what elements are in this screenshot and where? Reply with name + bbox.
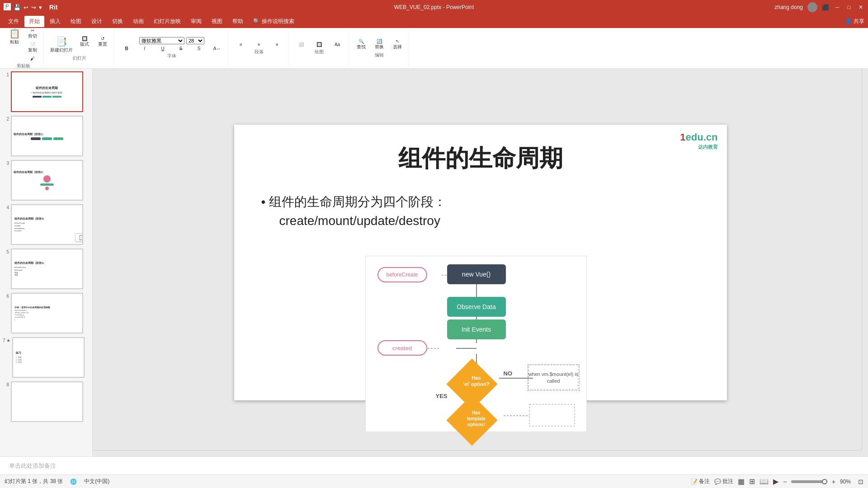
notes-placeholder: 单击此处添加备注	[9, 462, 56, 470]
title-bar-filename: WEB_VUE_02.pptx - PowerPoint	[394, 4, 474, 10]
replace-button[interactable]: 🔄替换	[371, 38, 387, 51]
menu-transitions[interactable]: 切换	[108, 16, 127, 27]
normal-view-btn[interactable]: ▦	[738, 477, 745, 486]
editing-label: 编辑	[375, 52, 384, 58]
slide-item-1[interactable]: 1 组件的生命周期 • 组件的生命周期分为四个阶段	[2, 70, 90, 113]
slide-title[interactable]: 组件的生命周期	[234, 143, 727, 174]
slide-thumb-7[interactable]: 练习 1. 修改 2. 使用 3. 实现	[12, 337, 85, 378]
slide-number-4: 4	[3, 205, 9, 210]
slide-item-2[interactable]: 2 组件的生命周期（阶段1）	[2, 115, 90, 157]
min-button[interactable]: ─	[834, 4, 841, 11]
menu-draw[interactable]: 绘图	[66, 16, 86, 27]
slide-item-6[interactable]: 6 示例：使用Vue生命周期的处理函数 export default { dat…	[2, 292, 90, 334]
clipboard-popup[interactable]: 📋 (Ctrl) ▾	[75, 233, 83, 242]
search-bar[interactable]: 🔍 操作说明搜索	[253, 18, 294, 25]
align-left-button[interactable]: ≡	[233, 41, 249, 48]
arrange-button[interactable]: 🔲	[311, 41, 327, 48]
find-button[interactable]: 🔍查找	[353, 38, 369, 51]
notes-bar[interactable]: 单击此处添加备注	[0, 456, 868, 474]
font-size-selector[interactable]: 28	[186, 37, 204, 44]
menu-view[interactable]: 视图	[207, 16, 227, 27]
align-center-button[interactable]: ≡	[251, 41, 267, 48]
zoom-thumb[interactable]	[822, 479, 827, 484]
slide-thumb-6[interactable]: 示例：使用Vue生命周期的处理函数 export default { data(…	[11, 293, 83, 333]
user-icon: 👤	[845, 18, 852, 24]
comments-btn[interactable]: 💬 批注	[714, 478, 733, 485]
zoom-out-btn[interactable]: −	[783, 478, 787, 485]
scrollbar-horizontal[interactable]	[93, 450, 862, 456]
slide-item-7[interactable]: 7 ★ 练习 1. 修改 2. 使用 3. 实现	[2, 336, 90, 379]
menu-animations[interactable]: 动画	[128, 16, 148, 27]
comments-icon: 💬	[714, 479, 721, 485]
quick-styles-button[interactable]: Aa	[329, 41, 345, 48]
font-selector[interactable]: 微软雅黑	[139, 37, 184, 44]
fit-btn[interactable]: ⊡	[858, 478, 863, 485]
slide-thumb-5[interactable]: 组件的生命周期（阶段4） beforeDestroydestroyed更新销毁	[11, 249, 83, 289]
shape-button[interactable]: ⬜	[293, 41, 309, 48]
format-painter-button[interactable]: 🖌	[24, 55, 41, 62]
zoom-slider[interactable]	[791, 480, 827, 483]
scrollbar-vertical[interactable]	[862, 69, 868, 450]
slide-item-3[interactable]: 3 组件的生命周期（阶段2）	[2, 159, 90, 202]
font-spacing-button[interactable]: A↔	[209, 45, 225, 52]
paste-button[interactable]: 📋 粘贴	[6, 27, 23, 62]
drawing-label: 绘图	[315, 49, 324, 55]
align-right-button[interactable]: ≡	[269, 41, 285, 48]
undo-btn[interactable]: ↩	[24, 4, 28, 11]
shadow-button[interactable]: S	[191, 45, 207, 52]
logo-edu-text: edu.cn	[686, 131, 718, 143]
ribbon-font: 微软雅黑 28 B I U S S A↔ 字体	[116, 30, 228, 66]
menu-design[interactable]: 设计	[87, 16, 107, 27]
vm-mount-label: when vm.$mount(el) is called	[528, 371, 579, 385]
slideshow-btn[interactable]: ▶	[773, 477, 778, 486]
new-slide-icon: 📑	[56, 36, 67, 47]
redo-btn[interactable]: ↪	[31, 4, 36, 11]
italic-button[interactable]: I	[137, 45, 153, 52]
edit-area: 1edu.cn 达内教育 组件的生命周期 • 组件的生命周期分为四个阶段： cr…	[93, 69, 868, 456]
zoom-in-btn[interactable]: +	[832, 478, 835, 485]
copy-button[interactable]: 📄复制	[24, 41, 41, 54]
slide-thumb-5-content: 组件的生命周期（阶段4） beforeDestroydestroyed更新销毁	[12, 249, 82, 288]
max-button[interactable]: □	[845, 4, 853, 11]
layout-button[interactable]: 🔲 版式	[76, 35, 93, 54]
new-vue-label: new Vue()	[462, 271, 491, 278]
vm-mount-box: when vm.$mount(el) is called	[528, 365, 580, 391]
slide-item-4[interactable]: 4 组件的生命周期（阶段3） beforeCreatecreatedbefore…	[2, 203, 90, 246]
strikethrough-button[interactable]: S	[173, 45, 189, 52]
close-button[interactable]: ✕	[857, 4, 864, 11]
paste-label: 粘贴	[10, 39, 19, 45]
slide-sorter-btn[interactable]: ⊞	[749, 477, 755, 486]
new-slide-button[interactable]: 📑 新建幻灯片	[48, 35, 75, 54]
before-create-box: beforeCreate	[377, 267, 427, 282]
customize-btn[interactable]: ▾	[39, 4, 42, 11]
quick-save[interactable]: 💾	[14, 4, 21, 11]
menu-help[interactable]: 帮助	[228, 16, 248, 27]
bullet-line2: create/mount/update/destroy	[279, 211, 447, 230]
select-button[interactable]: ↖选择	[389, 38, 406, 51]
menu-slideshow[interactable]: 幻灯片放映	[149, 16, 185, 27]
menu-file[interactable]: 文件	[4, 16, 24, 27]
slide-item-8[interactable]: 8	[2, 380, 90, 423]
profile-icon[interactable]: ⬛	[822, 4, 829, 11]
new-vue-box: new Vue()	[447, 264, 506, 284]
notes-btn[interactable]: 📝 备注	[691, 478, 710, 485]
bold-button[interactable]: B	[118, 45, 135, 52]
reset-button[interactable]: ↺ 重置	[94, 35, 111, 54]
slide-canvas[interactable]: 1edu.cn 达内教育 组件的生命周期 • 组件的生命周期分为四个阶段： cr…	[234, 125, 727, 400]
slide-count: 幻灯片第 1 张，共 38 张	[5, 478, 63, 485]
slide-item-5[interactable]: 5 组件的生命周期（阶段4） beforeDestroydestroyed更新销…	[2, 248, 90, 290]
cut-button[interactable]: ✂剪切	[24, 27, 41, 40]
user-avatar	[807, 2, 817, 12]
slide-thumb-8[interactable]	[11, 381, 83, 422]
menu-review[interactable]: 审阅	[186, 16, 206, 27]
underline-button[interactable]: U	[155, 45, 171, 52]
menu-home[interactable]: 开始	[24, 16, 44, 27]
share-area[interactable]: 👤 共享	[845, 18, 864, 25]
slide-thumb-3[interactable]: 组件的生命周期（阶段2）	[11, 160, 83, 201]
slide-bullet[interactable]: • 组件的生命周期分为四个阶段： create/mount/update/des…	[261, 192, 447, 230]
slide-thumb-2[interactable]: 组件的生命周期（阶段1）	[11, 116, 83, 156]
slide-thumb-1[interactable]: 组件的生命周期 • 组件的生命周期分为四个阶段	[11, 71, 83, 112]
slide-thumb-4[interactable]: 组件的生命周期（阶段3） beforeCreatecreatedbeforeMo…	[11, 204, 83, 245]
reading-view-btn[interactable]: 📖	[760, 477, 769, 486]
menu-insert[interactable]: 插入	[45, 16, 65, 27]
